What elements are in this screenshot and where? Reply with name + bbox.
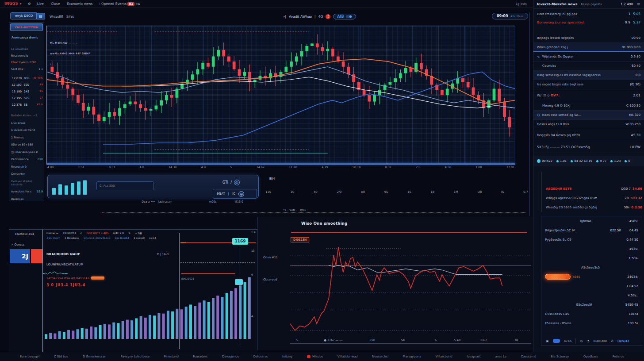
info-row[interactable]: Bejsegs lessed Regqses09:99 — [533, 34, 644, 43]
info-row[interactable]: 5X3 I5J ——— 73 51 OG5sses5gL0 FW — [533, 141, 644, 153]
depth-toolbar-item[interactable]: ss:34 — [149, 236, 156, 239]
submit-order-button[interactable]: ◦◦◦◦◦◦ — [545, 274, 571, 280]
candlestick-chart[interactable] — [47, 26, 515, 163]
amount-input[interactable] — [96, 181, 154, 190]
menu-item[interactable]: Live — [37, 2, 44, 6]
status-item[interactable]: Bia Sctowyy — [551, 355, 569, 358]
slider-handle[interactable] — [235, 279, 243, 285]
status-item[interactable]: Marsgypana — [403, 355, 422, 358]
sidebar-item[interactable]: Research 9 — [11, 165, 43, 168]
clock-icon[interactable]: ◷ — [580, 339, 583, 343]
depth-link[interactable]: ✓ Osesss — [11, 243, 24, 246]
alert-row[interactable]: Wbsjgs 4gess5s S5G325gss D5m28593 32 — [546, 193, 642, 203]
timeframe-label[interactable]: 4Q — [318, 15, 323, 19]
sidebar-item[interactable]: Balances — [11, 197, 43, 200]
status-item[interactable]: Iasaprast — [467, 355, 480, 358]
opened-events[interactable]: ‹ Opened Events 01 kw — [99, 2, 141, 6]
sidebar-item[interactable]: Converter — [11, 172, 43, 175]
symbol-select-button[interactable]: mryk DSCO — [10, 12, 38, 19]
sidebar-item[interactable]: (Slerve 69+180 — [11, 143, 43, 146]
app-logo[interactable]: INGGS ▾ — [4, 2, 22, 6]
timeframe-button[interactable]: O8 — [478, 190, 482, 194]
status-item[interactable]: Hilsdos — [307, 355, 323, 358]
depth-stat-value[interactable]: 2J — [10, 249, 30, 263]
depth-toolbar-item[interactable]: Gsszer ↔ — [46, 231, 58, 234]
depth-histogram-svg[interactable] — [43, 274, 257, 340]
order-row[interactable]: ◦◦◦◦◦◦494524034: — [541, 272, 642, 281]
timeframe-button[interactable]: 1S — [407, 190, 411, 194]
book-row[interactable]: L2 10055549 — [12, 83, 43, 86]
layout-button[interactable]: ▤ — [36, 13, 45, 19]
status-item[interactable]: Initany — [282, 355, 292, 358]
status-item[interactable]: C Std bas — [54, 355, 68, 358]
sidebar-item[interactable]: Performance010 — [11, 157, 43, 161]
book-row[interactable]: 12 19557527 — [12, 96, 43, 100]
status-item[interactable]: D Gmoskerssan — [83, 355, 106, 358]
aib-pill[interactable]: AIB — [333, 14, 356, 19]
globe-icon-2[interactable]: ⊕ — [238, 191, 244, 197]
depth-toolbar-item[interactable]: ✎ — [128, 231, 130, 234]
active-symbol[interactable]: Avadit AWhao — [289, 15, 312, 19]
info-row[interactable]: ∿Wijslands Ds Ogqser0.5 £0 — [533, 52, 644, 61]
quick-trade-widget[interactable]: GTI / ⊕ 9⇅AT | IC ⊕ — [47, 175, 259, 198]
depth-toolbar-item[interactable]: ¢ Bsssbsse — [65, 236, 79, 239]
depth-red-box[interactable] — [31, 249, 42, 263]
depth-crosshair-2[interactable] — [239, 235, 239, 346]
menu-item[interactable]: Economic news — [67, 2, 92, 6]
depth-crosshair-1[interactable] — [179, 233, 180, 349]
sidebar-item[interactable]: Delayer starte) sarsssss — [11, 180, 43, 186]
phone-icon[interactable]: ✆ — [611, 339, 613, 343]
price-tag[interactable]: 1169 — [232, 238, 248, 245]
timeframe-button[interactable]: 18 — [430, 190, 434, 194]
status-item[interactable]: Villarcband — [436, 355, 452, 358]
info-row[interactable]: ↻Isses csss serssd 4g 5A...MS 320 — [533, 111, 644, 120]
timeframe-button[interactable]: 9S — [384, 190, 388, 194]
sidebar-header-button[interactable]: CHIA-GETTTEN — [10, 23, 43, 31]
timeframe-button[interactable]: 40 — [314, 190, 318, 194]
depth-toolbar-item[interactable]: 4/4E 9.0 — [113, 231, 124, 234]
info-row[interactable]: begqsls 94.6eses pg 0P2IIA5.3II — [533, 129, 644, 141]
aib-toggle[interactable] — [346, 15, 352, 18]
status-item[interactable]: Rawaders — [193, 355, 207, 358]
depth-toolbar-item[interactable]: #9s Qssrn — [46, 236, 60, 239]
info-row[interactable]: Iss ssged bsgss ssbs bsgl ssss(0) 30) — [533, 80, 644, 89]
book-row[interactable]: 12 07803549 49% — [12, 77, 43, 80]
sidebar-item[interactable]: Live areas — [11, 121, 43, 124]
status-item[interactable]: Noussrchsl — [372, 355, 388, 358]
depth-toolbar-item[interactable]: ▫ 5▦ — [135, 231, 142, 234]
status-item[interactable]: Villatidanwad — [337, 355, 358, 358]
tools-icon[interactable]: ⚙ — [28, 2, 31, 6]
depth-toolbar-item[interactable]: Css DsG63 — [115, 236, 129, 239]
timeframe-button[interactable]: A0 — [361, 190, 365, 194]
depth-toolbar-item[interactable]: 1 sssss9 — [134, 236, 145, 239]
timeframe-button[interactable]: IS — [501, 190, 504, 194]
timeframe-button[interactable]: 0.7 — [523, 190, 528, 194]
info-row[interactable]: W/ !!! o OV7:2:01 — [533, 89, 644, 101]
main-chart-panel[interactable]: ML M4M.NW — —— wwMa.4M45.M44 44F 5MMF ( — [46, 26, 515, 165]
status-item[interactable]: Pavsyny Lslsd bese — [121, 355, 150, 358]
timeframe-button[interactable]: 110 — [265, 190, 271, 194]
alert-row[interactable]: AEGSD49 E5T6D30 734.69 — [546, 184, 642, 193]
alert-icon[interactable]: ! — [326, 14, 330, 19]
depth-toolbar-item[interactable]: GQT BQT7 s 4BS — [86, 231, 108, 234]
book-row[interactable]: 12 3785642 ⊙ — [12, 103, 43, 106]
status-item[interactable]: Fetisros — [613, 355, 624, 358]
status-item[interactable]: anss La — [495, 355, 506, 358]
gti-label[interactable]: GTI — [222, 180, 228, 184]
depth-toolbar-item[interactable]: ¢ — [80, 231, 82, 234]
sidebar-item[interactable]: ◫ Ober Analyses # — [11, 150, 43, 154]
timeframe-button[interactable]: 2/0 — [337, 190, 341, 194]
status-item[interactable]: Finestund — [164, 355, 179, 358]
alert-row[interactable]: Wess5g 20 5635 ses56d g) 5g5sj50s0.3.50 — [546, 203, 642, 212]
timeframe-button[interactable]: 1M — [454, 190, 458, 194]
info-row[interactable]: Issrg sersessg-ss 09 issssble ssgsgserss… — [533, 71, 644, 80]
bell-icon[interactable]: ◔ — [587, 339, 590, 343]
status-item[interactable]: Opsdbass — [583, 355, 598, 358]
status-item[interactable]: Dstossrss — [253, 355, 268, 358]
toolbar-label-2[interactable]: Sifat — [66, 15, 74, 19]
toolbar-label-1[interactable]: Wrcodffl — [50, 15, 63, 19]
sidebar-item[interactable]: 2 Phones — [11, 136, 43, 139]
book-row[interactable]: 13 19924545 — [12, 90, 43, 93]
camera-icon[interactable]: ▣ — [546, 339, 549, 343]
hamburger-icon[interactable]: ≡ — [637, 2, 640, 7]
